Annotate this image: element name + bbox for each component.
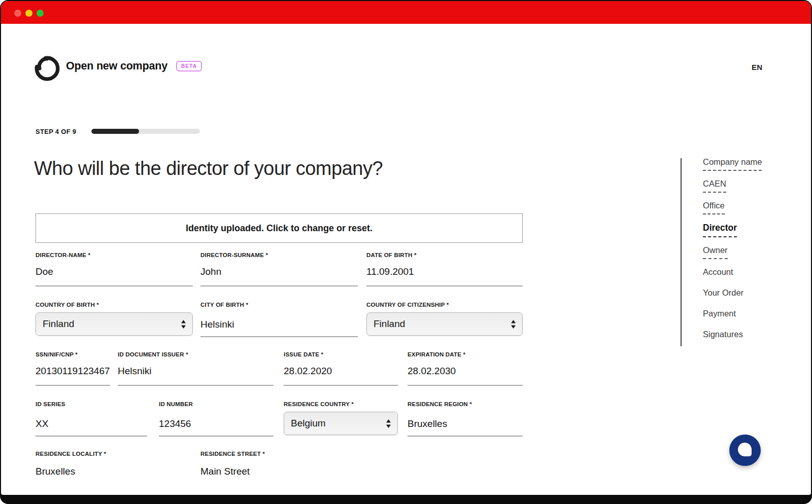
beta-badge: BETA — [176, 61, 202, 71]
select-arrows-icon — [511, 320, 516, 329]
issue-date-input[interactable]: 28.02.2020 — [284, 366, 398, 377]
select-arrows-icon — [386, 419, 391, 428]
identity-upload-banner-text: Identity uploaded. Click to change or re… — [186, 223, 373, 234]
field-label: ID DOCUMENT ISSUER * — [118, 351, 274, 357]
sidebar-item-signatures: Signatures — [703, 330, 762, 342]
identity-upload-banner[interactable]: Identity uploaded. Click to change or re… — [36, 213, 523, 243]
field-label: ID SERIES — [36, 401, 147, 407]
select-value: Finland — [374, 318, 405, 330]
field-label: COUNTRY OF BIRTH * — [36, 302, 193, 308]
field-label: ISSUE DATE * — [284, 351, 398, 357]
page-title: Who will be the director of your company… — [34, 158, 542, 179]
sidebar-item-owner[interactable]: Owner — [703, 245, 762, 259]
director-name-input[interactable]: Doe — [36, 266, 193, 277]
app-window: Open new company BETA EN STEP 4 OF 9 Who… — [0, 0, 812, 504]
select-value: Belgium — [291, 418, 326, 429]
director-surname-field: DIRECTOR-SURNAME * John — [200, 252, 358, 286]
country-of-citizenship-field: COUNTRY OF CITIZENSHIP * Finland — [366, 302, 523, 336]
issue-date-field: ISSUE DATE * 28.02.2020 — [284, 351, 398, 386]
residence-region-input[interactable]: Bruxelles — [408, 418, 523, 429]
id-number-field: ID NUMBER 123456 — [159, 401, 274, 437]
id-series-input[interactable]: XX — [36, 418, 147, 429]
residence-region-field: RESIDENCE REGION * Bruxelles — [408, 401, 523, 437]
sidebar-item-director[interactable]: Director — [703, 223, 762, 237]
ssn-input[interactable]: 20130119123467 — [36, 366, 110, 377]
field-label: DIRECTOR-SURNAME * — [200, 252, 358, 258]
maximize-window-button[interactable] — [37, 10, 44, 17]
window-surface: Open new company BETA EN STEP 4 OF 9 Who… — [1, 1, 811, 495]
residence-locality-field: RESIDENCE LOCALITY * Bruxelles — [36, 451, 193, 477]
residence-country-select[interactable]: Belgium — [284, 412, 398, 435]
field-label: RESIDENCE LOCALITY * — [36, 451, 193, 457]
id-document-issuer-field: ID DOCUMENT ISSUER * Helsniki — [118, 351, 274, 386]
chat-bubble-icon — [738, 443, 752, 456]
sidebar-item-your-order: Your Order — [703, 288, 762, 301]
titlebar — [1, 1, 811, 24]
field-label: CITY OF BIRTH * — [200, 302, 358, 308]
ssn-field: SSN/NIF/CNP * 20130119123467 — [36, 351, 110, 386]
country-of-birth-select[interactable]: Finland — [36, 312, 193, 336]
residence-locality-input[interactable]: Bruxelles — [36, 466, 193, 477]
chat-launcher-button[interactable] — [729, 435, 761, 466]
date-of-birth-field: DATE OF BIRTH * 11.09.2001 — [366, 252, 523, 286]
language-selector[interactable]: EN — [752, 63, 762, 71]
field-label: RESIDENCE STREET * — [200, 451, 358, 457]
app-title: Open new company — [66, 60, 167, 73]
director-surname-input[interactable]: John — [200, 266, 358, 277]
field-label: RESIDENCE COUNTRY * — [284, 401, 398, 407]
city-of-birth-field: CITY OF BIRTH * Helsinki — [200, 302, 358, 337]
minimize-window-button[interactable] — [25, 10, 32, 17]
sidebar-item-account: Account — [703, 267, 762, 280]
sidebar-item-company-name[interactable]: Company name — [703, 157, 762, 171]
field-label: RESIDENCE REGION * — [408, 401, 523, 407]
residence-country-field: RESIDENCE COUNTRY * Belgium — [284, 401, 398, 435]
id-document-issuer-input[interactable]: Helsniki — [118, 366, 274, 377]
field-label: DATE OF BIRTH * — [366, 252, 523, 258]
field-label: EXPIRATION DATE * — [408, 351, 523, 357]
sidebar-item-caen[interactable]: CAEN — [703, 179, 762, 193]
field-label: COUNTRY OF CITIZENSHIP * — [366, 302, 523, 308]
company-logo-icon — [33, 54, 61, 81]
date-of-birth-input[interactable]: 11.09.2001 — [366, 266, 523, 277]
field-label: DIRECTOR-NAME * — [36, 252, 193, 258]
country-of-birth-field: COUNTRY OF BIRTH * Finland — [36, 302, 193, 336]
director-name-field: DIRECTOR-NAME * Doe — [36, 252, 193, 286]
sidebar-item-payment: Payment — [703, 309, 762, 321]
id-series-field: ID SERIES XX — [36, 401, 147, 437]
expiration-date-input[interactable]: 28.02.2030 — [408, 366, 523, 377]
country-of-citizenship-select[interactable]: Finland — [366, 312, 523, 336]
select-value: Finland — [43, 318, 74, 330]
progress-fill — [91, 129, 139, 134]
sidebar-item-office[interactable]: Office — [703, 201, 762, 214]
progress-bar-track — [91, 129, 200, 134]
field-label: SSN/NIF/CNP * — [36, 351, 110, 357]
residence-street-input[interactable]: Main Street — [200, 466, 358, 477]
residence-street-field: RESIDENCE STREET * Main Street — [200, 451, 358, 477]
city-of-birth-input[interactable]: Helsinki — [200, 319, 358, 330]
stepnav-divider — [681, 158, 682, 346]
step-navigation: Company name CAEN Office Director Owner … — [703, 157, 762, 350]
step-indicator-label: STEP 4 OF 9 — [36, 128, 76, 135]
select-arrows-icon — [181, 320, 186, 329]
close-window-button[interactable] — [14, 10, 21, 17]
expiration-date-field: EXPIRATION DATE * 28.02.2030 — [408, 351, 523, 386]
field-label: ID NUMBER — [159, 401, 274, 407]
id-number-input[interactable]: 123456 — [159, 418, 274, 429]
